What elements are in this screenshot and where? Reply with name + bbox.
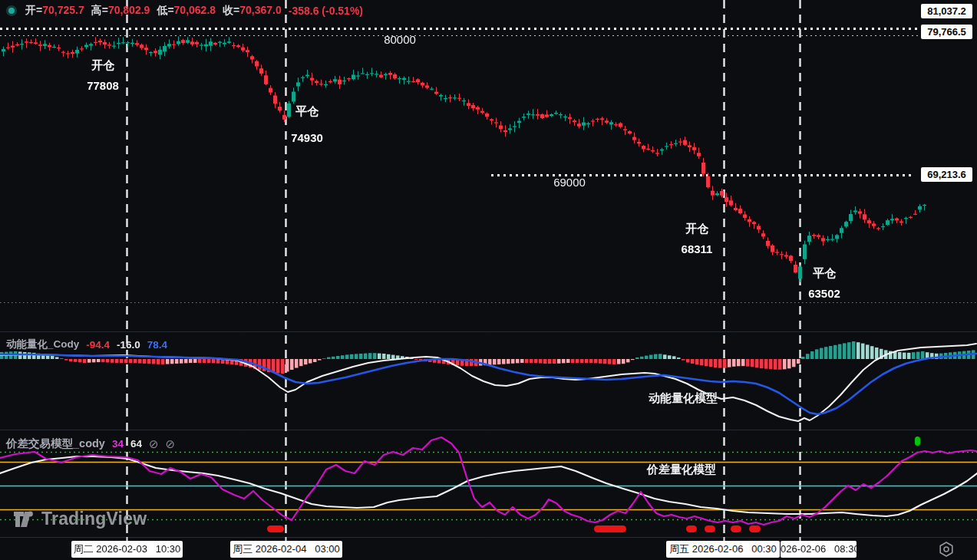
symbol-status-icon	[6, 5, 17, 16]
ohlc-legend[interactable]: 开=70,725.7 高=70,802.9 低=70,062.8 收=70,36…	[6, 4, 363, 18]
momentum-model-label: 动能量化模型	[649, 391, 718, 406]
hide-icon[interactable]: ⊘	[149, 437, 159, 451]
tradingview-logo[interactable]: TradingView	[13, 509, 147, 529]
spread-value-1: 34	[112, 438, 124, 450]
exit-annotation-1: 平仓 74930	[281, 105, 333, 144]
exit1-tag: 平仓	[281, 105, 333, 117]
exit1-price: 74930	[281, 132, 333, 144]
ohlc-open: 开=70,725.7	[25, 4, 84, 18]
tradingview-logo-text: TradingView	[41, 509, 147, 529]
entry2-price: 68311	[672, 243, 722, 255]
entry-annotation-1: 开仓 77808	[78, 59, 128, 92]
spread-indicator-legend[interactable]: 价差交易模型_cody 34 64 ⊘ ⊘	[6, 436, 175, 451]
exit2-tag: 平仓	[798, 267, 850, 279]
ohlc-low: 低=70,062.8	[157, 4, 216, 18]
timezone-settings-icon[interactable]	[936, 539, 956, 559]
price-label-level: 69,213.6	[921, 167, 972, 182]
tradingview-logo-icon	[13, 509, 36, 529]
hide-icon-2[interactable]: ⊘	[166, 437, 176, 451]
price-label-high: 79,766.5	[921, 25, 972, 39]
trading-chart-window: 开=70,725.7 高=70,802.9 低=70,062.8 收=70,36…	[0, 0, 977, 560]
ohlc-close: 收=70,367.0	[223, 4, 282, 18]
momentum-indicator-legend[interactable]: 动能量化_Cody -94.4 -16.0 78.4	[6, 338, 167, 351]
spread-indicator-title: 价差交易模型_cody	[6, 436, 105, 451]
time-label-3: 周五 2026-02-06 00:30	[666, 541, 780, 558]
spread-model-label: 价差量化模型	[647, 463, 716, 477]
entry2-tag: 开仓	[672, 222, 722, 235]
momentum-indicator-title: 动能量化_Cody	[6, 338, 79, 351]
level-80000-label: 80000	[375, 33, 424, 46]
entry-annotation-2: 开仓 68311	[672, 222, 722, 255]
spread-value-2: 64	[130, 438, 142, 450]
exit-annotation-2: 平仓 63502	[798, 267, 850, 300]
entry1-tag: 开仓	[78, 59, 128, 71]
momentum-value-3: 78.4	[147, 339, 167, 351]
time-label-2: 周三 2026-02-04 03:00	[230, 541, 342, 558]
entry1-price: 77808	[78, 80, 128, 92]
exit2-price: 63502	[798, 288, 850, 300]
momentum-value-1: -94.4	[86, 339, 110, 351]
time-label-4: 026-02-06 08:30	[781, 541, 857, 558]
momentum-value-2: -16.0	[117, 339, 140, 351]
time-label-1: 周二 2026-02-03 10:30	[71, 541, 183, 558]
level-69000-label: 69000	[545, 176, 594, 189]
ohlc-high: 高=70,802.9	[91, 4, 150, 18]
ohlc-change: -358.6 (-0.51%)	[289, 5, 363, 17]
price-label-upper: 81,037.2	[921, 4, 972, 18]
